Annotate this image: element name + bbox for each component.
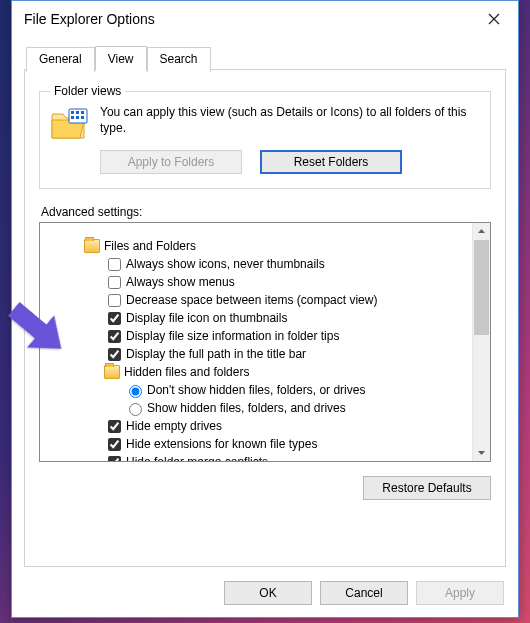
restore-defaults-button[interactable]: Restore Defaults bbox=[363, 476, 491, 500]
svg-rect-6 bbox=[81, 116, 84, 119]
svg-rect-1 bbox=[71, 111, 74, 114]
tree-checkbox[interactable] bbox=[108, 312, 121, 325]
folder-views-icon bbox=[50, 106, 90, 142]
scroll-up-icon[interactable] bbox=[473, 223, 490, 240]
dialog-buttons: OK Cancel Apply bbox=[224, 581, 504, 605]
folder-views-legend: Folder views bbox=[50, 84, 125, 98]
tree-radio[interactable] bbox=[129, 385, 142, 398]
tree-item[interactable]: Hide folder merge conflicts bbox=[82, 453, 470, 461]
tree-item[interactable]: Hide empty drives bbox=[82, 417, 470, 435]
tab-page-view: Folder views You can app bbox=[24, 69, 506, 567]
folder-icon bbox=[104, 365, 120, 379]
dialog-client: General View Search Folder views bbox=[24, 45, 506, 567]
tree-item[interactable]: Display the full path in the title bar bbox=[82, 345, 470, 363]
tree-item[interactable]: Display file icon on thumbnails bbox=[82, 309, 470, 327]
scroll-down-icon[interactable] bbox=[473, 444, 490, 461]
window-title: File Explorer Options bbox=[24, 11, 155, 27]
tree-item-label: Display file size information in folder … bbox=[126, 329, 339, 343]
tab-search[interactable]: Search bbox=[147, 47, 211, 72]
scroll-thumb[interactable] bbox=[474, 240, 489, 335]
dialog-window: File Explorer Options General View Searc… bbox=[11, 0, 519, 618]
tree-item-label: Show hidden files, folders, and drives bbox=[147, 401, 346, 415]
tree-item-label: Hide empty drives bbox=[126, 419, 222, 433]
cancel-button[interactable]: Cancel bbox=[320, 581, 408, 605]
close-button[interactable] bbox=[474, 5, 514, 33]
tree-item[interactable]: Always show menus bbox=[82, 273, 470, 291]
tree-checkbox[interactable] bbox=[108, 348, 121, 361]
tree-checkbox[interactable] bbox=[108, 276, 121, 289]
tree-checkbox[interactable] bbox=[108, 456, 121, 462]
tree-item-label: Hide extensions for known file types bbox=[126, 437, 317, 451]
tree-checkbox[interactable] bbox=[108, 258, 121, 271]
svg-rect-4 bbox=[71, 116, 74, 119]
tree-group-files-and-folders[interactable]: Files and Folders bbox=[82, 237, 470, 255]
tree-group[interactable]: Hidden files and folders bbox=[82, 363, 470, 381]
tree-item-label: Don't show hidden files, folders, or dri… bbox=[147, 383, 365, 397]
tab-general[interactable]: General bbox=[26, 47, 95, 72]
advanced-settings-label: Advanced settings: bbox=[41, 205, 491, 219]
tree-item[interactable]: Display file size information in folder … bbox=[82, 327, 470, 345]
svg-rect-5 bbox=[76, 116, 79, 119]
reset-folders-button[interactable]: Reset Folders bbox=[260, 150, 402, 174]
tree-checkbox[interactable] bbox=[108, 330, 121, 343]
tree-item[interactable]: Hide extensions for known file types bbox=[82, 435, 470, 453]
ok-button[interactable]: OK bbox=[224, 581, 312, 605]
tree-radio[interactable] bbox=[129, 403, 142, 416]
tree-item-label: Display file icon on thumbnails bbox=[126, 311, 287, 325]
close-icon bbox=[488, 13, 500, 25]
tree-item[interactable]: Show hidden files, folders, and drives bbox=[82, 399, 470, 417]
tree-item[interactable]: Always show icons, never thumbnails bbox=[82, 255, 470, 273]
tree-checkbox[interactable] bbox=[108, 420, 121, 433]
folder-views-text: You can apply this view (such as Details… bbox=[100, 104, 480, 142]
folder-views-group: Folder views You can app bbox=[39, 84, 491, 189]
tab-view[interactable]: View bbox=[95, 46, 147, 71]
tree-group-label: Files and Folders bbox=[104, 239, 196, 253]
tree-item-label: Always show icons, never thumbnails bbox=[126, 257, 325, 271]
tree-checkbox[interactable] bbox=[108, 294, 121, 307]
tree-item-label: Decrease space between items (compact vi… bbox=[126, 293, 377, 307]
tree-group-label: Hidden files and folders bbox=[124, 365, 249, 379]
advanced-settings-tree[interactable]: Files and FoldersAlways show icons, neve… bbox=[39, 222, 491, 462]
tree-checkbox[interactable] bbox=[108, 438, 121, 451]
tree-item[interactable]: Decrease space between items (compact vi… bbox=[82, 291, 470, 309]
tree-item-label: Display the full path in the title bar bbox=[126, 347, 306, 361]
svg-rect-3 bbox=[81, 111, 84, 114]
apply-button[interactable]: Apply bbox=[416, 581, 504, 605]
folder-icon bbox=[84, 239, 100, 253]
titlebar: File Explorer Options bbox=[12, 1, 518, 37]
tree-scrollbar[interactable] bbox=[472, 223, 490, 461]
apply-to-folders-button[interactable]: Apply to Folders bbox=[100, 150, 242, 174]
tab-strip: General View Search bbox=[26, 45, 506, 70]
svg-rect-2 bbox=[76, 111, 79, 114]
tree-item[interactable]: Don't show hidden files, folders, or dri… bbox=[82, 381, 470, 399]
tree-item-label: Always show menus bbox=[126, 275, 235, 289]
tree-item-label: Hide folder merge conflicts bbox=[126, 455, 268, 461]
